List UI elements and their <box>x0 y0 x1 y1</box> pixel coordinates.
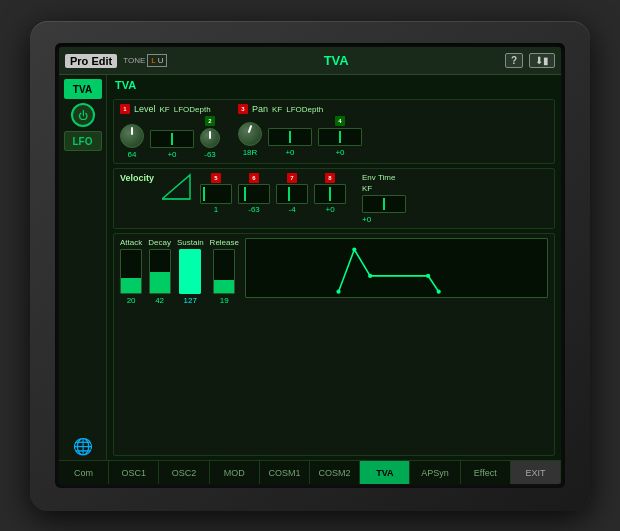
env-kf-label: KF <box>362 184 372 193</box>
envelope-display <box>245 238 548 298</box>
decay-bar <box>150 272 170 294</box>
sustain-bar <box>180 250 200 293</box>
tva-button[interactable]: TVA <box>64 79 102 99</box>
adsr-section: Attack 20 Decay <box>113 233 555 456</box>
power-button[interactable]: ⏻ <box>71 103 95 127</box>
help-button[interactable]: ? <box>505 53 523 68</box>
lfo-depth-value: -63 <box>204 150 216 159</box>
pan-knob-group: 18R <box>238 122 262 157</box>
env-time-value: +0 <box>362 215 371 224</box>
tab-cosm2[interactable]: COSM2 <box>310 461 360 484</box>
svg-point-4 <box>368 274 372 278</box>
sens-badges: 5 <box>211 173 221 183</box>
release-value: 19 <box>220 296 229 305</box>
lfo-depth2-value: +0 <box>335 148 344 157</box>
save-button[interactable]: ⬇▮ <box>529 53 555 68</box>
velocity-row: Velocity 5 <box>120 173 548 224</box>
r-sens-group: 8 +0 <box>314 173 346 214</box>
patch-name: TVA <box>173 53 498 68</box>
level-header: 1 Level KF LFODepth <box>120 104 220 114</box>
d-sens-group: 7 -4 <box>276 173 308 214</box>
d-sens-badges: 7 <box>287 173 297 183</box>
sens-slider[interactable] <box>200 184 232 204</box>
release-group: Release 19 <box>210 238 239 451</box>
screen: Pro Edit TONE L U TVA ? ⬇▮ TVA ⏻ <box>59 47 561 484</box>
kf-slider[interactable] <box>150 130 194 148</box>
sens-marker <box>203 187 205 201</box>
pan-knob[interactable] <box>238 122 262 146</box>
kf2-value: +0 <box>285 148 294 157</box>
lfo-depth-knob[interactable] <box>200 128 220 148</box>
sens-value: 1 <box>214 205 218 214</box>
tab-com[interactable]: Com <box>59 461 109 484</box>
level-pan-row: 1 Level KF LFODepth 64 <box>120 104 548 159</box>
tab-exit[interactable]: EXIT <box>511 461 561 484</box>
svg-point-2 <box>336 290 340 294</box>
level-label: Level <box>134 104 156 114</box>
attack-group: Attack 20 <box>120 238 142 451</box>
globe-icon: 🌐 <box>73 437 93 456</box>
lfo-depth2-group: 4 +0 <box>318 116 362 157</box>
sustain-value: 127 <box>184 296 197 305</box>
level-pan-section: 1 Level KF LFODepth 64 <box>113 99 555 164</box>
attack-value: 20 <box>127 296 136 305</box>
tone-l: L <box>151 56 155 65</box>
kf2-label: KF <box>272 105 282 114</box>
a-sens-badges: 6 <box>249 173 259 183</box>
lfo-depth2-slider[interactable] <box>318 128 362 146</box>
a-sens-value: -63 <box>248 205 260 214</box>
kf-slider-marker <box>171 133 173 145</box>
tab-tva[interactable]: TVA <box>360 461 410 484</box>
sustain-group: Sustain 127 <box>177 238 204 451</box>
tab-mod[interactable]: MOD <box>210 461 260 484</box>
r-sens-slider[interactable] <box>314 184 346 204</box>
lfo-button[interactable]: LFO <box>64 131 102 151</box>
env-time-slider[interactable] <box>362 195 406 213</box>
pan-header: 3 Pan KF LFODepth <box>238 104 362 114</box>
tva-panel: TVA 1 Level KF LFODepth <box>107 75 561 460</box>
bottom-tabs: Com OSC1 OSC2 MOD COSM1 COSM2 TVA APSyn … <box>59 460 561 484</box>
tone-box: L U <box>147 54 167 67</box>
d-sens-marker <box>288 187 290 201</box>
kf-value: +0 <box>167 150 176 159</box>
badge-4: 4 <box>335 116 345 126</box>
badge-3: 3 <box>238 104 248 114</box>
pro-edit-label: Pro Edit <box>65 54 117 68</box>
d-sens-slider[interactable] <box>276 184 308 204</box>
tab-cosm1[interactable]: COSM1 <box>260 461 310 484</box>
tab-effect[interactable]: Effect <box>461 461 511 484</box>
tab-osc2[interactable]: OSC2 <box>159 461 209 484</box>
tab-osc1[interactable]: OSC1 <box>109 461 159 484</box>
badge-8: 8 <box>325 173 335 183</box>
decay-label: Decay <box>148 238 171 247</box>
level-group: 1 Level KF LFODepth 64 <box>120 104 220 159</box>
decay-group: Decay 42 <box>148 238 171 451</box>
lfo2-marker <box>339 131 341 143</box>
a-sens-slider[interactable] <box>238 184 270 204</box>
svg-point-6 <box>437 290 441 294</box>
attack-bar-container <box>120 249 142 294</box>
svg-point-5 <box>426 274 430 278</box>
triangle-svg <box>162 173 192 201</box>
kf2-slider[interactable] <box>268 128 312 146</box>
level-knob[interactable] <box>120 124 144 148</box>
badge-7: 7 <box>287 173 297 183</box>
decay-value: 42 <box>155 296 164 305</box>
a-sens-marker <box>244 187 246 201</box>
tab-apsyn[interactable]: APSyn <box>410 461 460 484</box>
svg-marker-0 <box>162 175 190 199</box>
pan-group: 3 Pan KF LFODepth 18R <box>238 104 362 157</box>
envelope-svg <box>246 239 547 297</box>
r-sens-badges: 8 <box>325 173 335 183</box>
svg-point-3 <box>352 247 356 251</box>
level-value: 64 <box>128 150 137 159</box>
lfo-depth-label: LFODepth <box>174 105 211 114</box>
release-bar-container <box>213 249 235 294</box>
a-sens-group: 6 -63 <box>238 173 270 214</box>
d-sens-value: -4 <box>288 205 295 214</box>
panel-title: TVA <box>113 79 138 93</box>
header-bar: Pro Edit TONE L U TVA ? ⬇▮ <box>59 47 561 75</box>
level-controls: 64 +0 2 <box>120 116 220 159</box>
r-sens-value: +0 <box>325 205 334 214</box>
badge-5: 5 <box>211 173 221 183</box>
